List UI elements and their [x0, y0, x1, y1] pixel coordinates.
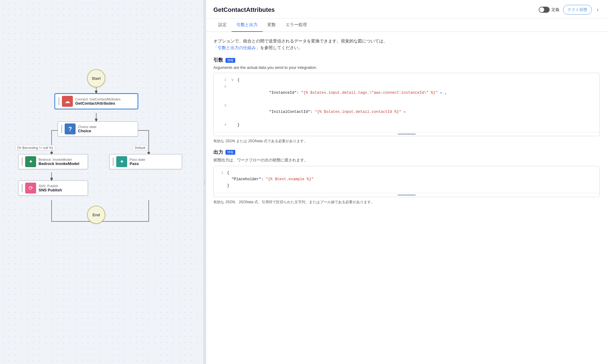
scroll-handle-output: [398, 194, 416, 196]
code-line-2: 2 "InstanceId": "{% $states.input.detail…: [214, 83, 599, 103]
sns-icon: ⟳: [25, 183, 36, 194]
output-header: 出力 情報: [213, 149, 600, 156]
condition-label: {% $recording != null %}: [15, 145, 55, 150]
toggle-track[interactable]: [539, 7, 550, 13]
arguments-valid-msg: 有効な JSON または JSONata 式である必要があります。: [213, 139, 600, 144]
code-line-4: 4 }: [214, 122, 599, 128]
end-label: End: [93, 213, 100, 217]
start-node[interactable]: Start: [87, 69, 105, 87]
tab-settings[interactable]: 設定: [213, 19, 232, 32]
end-node[interactable]: End: [87, 206, 105, 224]
node-handle: [61, 125, 62, 133]
pass-text: Pass state Pass: [130, 158, 145, 166]
properties-panel: GetContactAttributes 定義 テスト状態 › 設定 引数と出力…: [206, 0, 607, 364]
output-title: 出力: [213, 149, 223, 156]
node-handle: [22, 184, 23, 192]
panel-divider[interactable]: [203, 0, 206, 364]
output-code-box: 1 { "Placeholder": "{% $text.example %}"…: [213, 166, 600, 197]
tabs-bar: 設定 引数と出力 変数 エラー処理: [206, 19, 607, 32]
choice-subtitle: Choice state: [78, 125, 97, 129]
sns-node[interactable]: ⟳ SNS: Publish SNS Publish: [18, 180, 88, 196]
node-handle: [58, 97, 59, 106]
arguments-scroll-indicator: [214, 132, 599, 136]
output-code-content: 1 { "Placeholder": "{% $text.example %}"…: [214, 166, 599, 193]
tab-variables[interactable]: 変数: [263, 19, 281, 32]
connect-node[interactable]: ☁ Connect: GetContactAttributes GetConta…: [55, 93, 138, 109]
tab-error[interactable]: エラー処理: [281, 19, 312, 32]
default-text: Default: [135, 146, 145, 150]
output-line-3: }: [217, 183, 596, 189]
output-scroll-indicator: [214, 193, 599, 197]
output-line-1: 1 {: [217, 170, 596, 176]
toggle-thumb: [539, 7, 544, 12]
edit-contactid-icon[interactable]: ✏: [404, 109, 406, 115]
output-desc: 状態出力は、ワークフローの次の状態に渡されます。: [213, 157, 600, 163]
condition-text: {% $recording != null %}: [17, 146, 53, 150]
toggle-label: 定義: [551, 7, 559, 12]
edit-instanceid-icon[interactable]: ✏: [440, 90, 443, 96]
code-line-3: 3 "InitialContactId": "{% $states.input.…: [214, 103, 599, 122]
arguments-header: 引数 情報: [213, 57, 600, 63]
scroll-handle: [398, 133, 416, 135]
arguments-title: 引数: [213, 57, 223, 63]
connect-text: Connect: GetContactAttributes GetContact…: [75, 97, 120, 106]
properties-content: オプションで、統合との間で送受信されるデータを変換できます。視覚的な図については…: [206, 32, 607, 364]
description-link[interactable]: 「引数と出力の仕組み」: [213, 46, 260, 50]
workflow-panel: Start ☁ Connect: GetContactAttributes Ge…: [0, 0, 203, 364]
pass-title: Pass: [130, 161, 145, 166]
sns-title: SNS Publish: [39, 188, 62, 192]
connect-title: GetContactAttributes: [75, 101, 120, 106]
properties-header: GetContactAttributes 定義 テスト状態 ›: [206, 0, 607, 19]
choice-icon: ?: [65, 123, 76, 134]
pass-subtitle: Pass state: [130, 158, 145, 161]
sns-subtitle: SNS: Publish: [39, 184, 62, 188]
code-line-1: 1 ∨ {: [214, 77, 599, 83]
bedrock-node[interactable]: ✦ Bedrock: InvokeModel Bedrock InvokeMod…: [18, 154, 88, 169]
choice-text: Choice state Choice: [78, 125, 97, 133]
output-line-2: "Placeholder": "{% $text.example %}": [217, 176, 596, 183]
output-valid-msg: 有効な JSON、JSONata 式、引用符で区切られた文字列、またはブール値で…: [213, 200, 600, 205]
connect-icon: ☁: [62, 96, 73, 107]
sns-text: SNS: Publish SNS Publish: [39, 184, 62, 192]
bedrock-text: Bedrock: InvokeModel Bedrock InvokeModel: [39, 158, 79, 166]
bedrock-title: Bedrock InvokeModel: [39, 161, 79, 166]
test-state-button[interactable]: テスト状態: [563, 5, 592, 15]
tab-arguments[interactable]: 引数と出力: [232, 19, 263, 32]
pass-icon: ✦: [116, 156, 127, 167]
bedrock-subtitle: Bedrock: InvokeModel: [39, 158, 79, 161]
connect-subtitle: Connect: GetContactAttributes: [75, 97, 120, 101]
expand-button[interactable]: ›: [595, 5, 600, 14]
start-label: Start: [92, 76, 101, 81]
node-handle: [113, 157, 114, 166]
pass-node[interactable]: ✦ Pass state Pass: [109, 154, 182, 169]
output-info-badge[interactable]: 情報: [226, 150, 235, 155]
toggle-switch[interactable]: 定義: [539, 7, 559, 13]
code-content: 1 ∨ { 2 "InstanceId": "{% $states.input.…: [214, 73, 599, 132]
arguments-code-box: 1 ∨ { 2 "InstanceId": "{% $states.input.…: [213, 73, 600, 136]
choice-title: Choice: [78, 129, 97, 133]
choice-node[interactable]: ? Choice state Choice: [58, 121, 138, 136]
description-text: オプションで、統合との間で送受信されるデータを変換できます。視覚的な図については…: [213, 38, 600, 51]
node-handle: [22, 157, 23, 166]
default-label: Default: [133, 145, 148, 150]
arguments-info-badge[interactable]: 情報: [226, 58, 235, 63]
arguments-desc: Arguments are the actual data you send t…: [213, 65, 600, 70]
header-title: GetContactAttributes: [213, 6, 535, 13]
bedrock-icon: ✦: [25, 156, 36, 167]
